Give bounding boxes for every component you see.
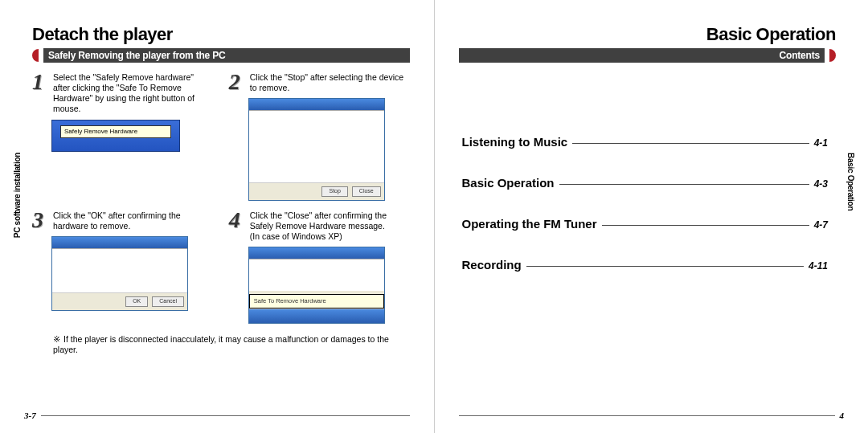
- subhead-cap-icon: [32, 49, 39, 62]
- toc-page: 4-7: [814, 219, 828, 231]
- step-text: Select the "Safely Remove hardware" afte…: [53, 71, 213, 115]
- step-2-image: Stop Close: [248, 98, 410, 201]
- left-page: Detach the player Safely Removing the pl…: [0, 0, 434, 433]
- dialog-button: OK: [125, 296, 148, 307]
- step-number: 3: [32, 209, 48, 231]
- step-1-image: Safely Remove Hardware: [51, 120, 213, 152]
- page-title-right: Basic Operation: [459, 24, 837, 45]
- right-page: Basic Operation Contents Basic Operation…: [435, 0, 869, 433]
- page-number-row-right: 4: [459, 411, 845, 420]
- page-number-right: 4: [840, 411, 845, 420]
- toc-row: Operating the FM Tuner 4-7: [462, 217, 829, 231]
- subhead-cap-icon: [829, 49, 836, 62]
- side-tab-right: Basic Operation: [846, 153, 855, 210]
- taskbar-tray-icon: Safely Remove Hardware: [51, 120, 180, 152]
- page-number-left: 3-7: [24, 411, 36, 420]
- step-1: 1 Select the "Safely Remove hardware" af…: [32, 71, 213, 201]
- dialog-body: [249, 259, 384, 291]
- toc-page: 4-11: [809, 260, 828, 272]
- toc-leader-icon: [602, 225, 809, 226]
- step-text: Click the "Close" after confirming the S…: [250, 209, 410, 242]
- dialog-body: [52, 248, 187, 292]
- step-3: 3 Click the "OK" after confirming the ha…: [32, 209, 213, 324]
- dialog-button: Cancel: [152, 296, 184, 307]
- dialog-button: Stop: [321, 186, 347, 197]
- step-3-image: OK Cancel: [51, 236, 213, 311]
- step-2: 2 Click the "Stop" after selecting the d…: [229, 71, 410, 201]
- balloon-tip: Safe To Remove Hardware: [249, 294, 384, 308]
- toc-row: Recording 4-11: [462, 258, 829, 272]
- subhead-row-right: Contents: [459, 48, 837, 63]
- toc-row: Listening to Music 4-1: [462, 135, 829, 149]
- step-number: 1: [32, 71, 48, 115]
- dialog-window: OK Cancel: [51, 236, 188, 311]
- note-text: If the player is disconnected inacculate…: [53, 334, 389, 355]
- side-tab-left: PC software installation: [13, 153, 22, 238]
- footnote: ※If the player is disconnected inacculat…: [53, 333, 410, 356]
- titlebar-icon: [52, 237, 187, 248]
- dialog-body: [249, 110, 384, 182]
- toc-leader-icon: [572, 143, 809, 144]
- subhead-left: Safely Removing the player from the PC: [43, 48, 410, 63]
- toc-label: Operating the FM Tuner: [462, 217, 597, 231]
- table-of-contents: Listening to Music 4-1 Basic Operation 4…: [459, 135, 837, 272]
- page-title-left: Detach the player: [32, 24, 410, 45]
- toc-leader-icon: [559, 184, 809, 185]
- dialog-footer: Stop Close: [249, 182, 384, 200]
- toc-label: Recording: [462, 258, 522, 272]
- step-text: Click the "OK" after confirming the hard…: [53, 209, 213, 231]
- taskbar-strip-icon: [249, 308, 384, 323]
- toc-label: Basic Operation: [462, 176, 555, 190]
- dialog-footer: OK Cancel: [52, 292, 187, 310]
- subhead-right: Contents: [459, 48, 825, 63]
- page-number-row-left: 3-7: [24, 411, 410, 420]
- subhead-row-left: Safely Removing the player from the PC: [32, 48, 410, 63]
- titlebar-icon: [249, 247, 384, 259]
- page-rule-icon: [459, 415, 835, 416]
- balloon-tip: Safely Remove Hardware: [60, 125, 171, 138]
- dialog-window: Safe To Remove Hardware: [248, 247, 385, 323]
- step-text: Click the "Stop" after selecting the dev…: [250, 71, 410, 93]
- note-mark-icon: ※: [53, 334, 60, 344]
- titlebar-icon: [249, 99, 384, 110]
- toc-row: Basic Operation 4-3: [462, 176, 829, 190]
- step-number: 4: [229, 209, 245, 242]
- page-rule-icon: [41, 415, 410, 416]
- step-4-image: Safe To Remove Hardware: [248, 247, 410, 323]
- step-number: 2: [229, 71, 245, 93]
- dialog-window: Stop Close: [248, 98, 385, 201]
- toc-label: Listening to Music: [462, 135, 568, 149]
- dialog-button: Close: [352, 186, 381, 197]
- steps-grid: 1 Select the "Safely Remove hardware" af…: [32, 71, 410, 324]
- toc-page: 4-3: [814, 178, 828, 190]
- step-4: 4 Click the "Close" after confirming the…: [229, 209, 410, 324]
- toc-leader-icon: [526, 266, 804, 267]
- toc-page: 4-1: [814, 137, 828, 149]
